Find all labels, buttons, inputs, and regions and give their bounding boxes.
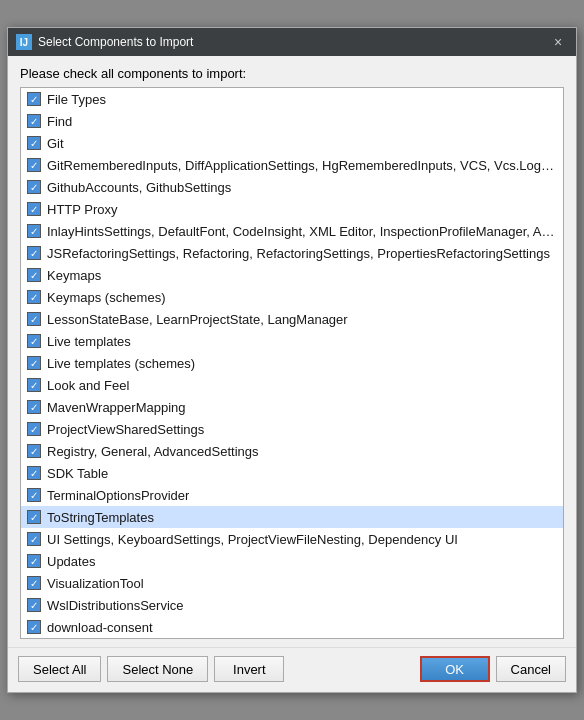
list-item[interactable]: ✓ProjectViewSharedSettings — [21, 418, 563, 440]
item-label: ToStringTemplates — [47, 510, 154, 525]
list-item[interactable]: ✓SDK Table — [21, 462, 563, 484]
checkbox-icon[interactable]: ✓ — [27, 576, 41, 590]
checkbox-icon[interactable]: ✓ — [27, 334, 41, 348]
list-item[interactable]: ✓File Types — [21, 88, 563, 110]
checkbox-icon[interactable]: ✓ — [27, 246, 41, 260]
item-label: MavenWrapperMapping — [47, 400, 186, 415]
checkbox-icon[interactable]: ✓ — [27, 444, 41, 458]
item-label: Live templates (schemes) — [47, 356, 195, 371]
item-label: Updates — [47, 554, 95, 569]
item-label: ProjectViewSharedSettings — [47, 422, 204, 437]
close-button[interactable]: × — [548, 32, 568, 52]
list-item[interactable]: ✓Live templates (schemes) — [21, 352, 563, 374]
item-label: Registry, General, AdvancedSettings — [47, 444, 259, 459]
item-label: GithubAccounts, GithubSettings — [47, 180, 231, 195]
button-bar: Select All Select None Invert OK Cancel — [8, 647, 576, 692]
cancel-button[interactable]: Cancel — [496, 656, 566, 682]
checkbox-icon[interactable]: ✓ — [27, 114, 41, 128]
title-bar: IJ Select Components to Import × — [8, 28, 576, 56]
checkbox-icon[interactable]: ✓ — [27, 466, 41, 480]
checkbox-icon[interactable]: ✓ — [27, 224, 41, 238]
item-label: VisualizationTool — [47, 576, 144, 591]
list-item[interactable]: ✓Live templates — [21, 330, 563, 352]
item-label: Find — [47, 114, 72, 129]
list-item[interactable]: ✓Updates — [21, 550, 563, 572]
dialog-title: Select Components to Import — [38, 35, 542, 49]
app-icon: IJ — [16, 34, 32, 50]
item-label: WslDistributionsService — [47, 598, 184, 613]
list-item[interactable]: ✓GitRememberedInputs, DiffApplicationSet… — [21, 154, 563, 176]
invert-button[interactable]: Invert — [214, 656, 284, 682]
item-label: Git — [47, 136, 64, 151]
components-list[interactable]: ✓File Types✓Find✓Git✓GitRememberedInputs… — [20, 87, 564, 639]
dialog-content: Please check all components to import: ✓… — [8, 56, 576, 647]
checkbox-icon[interactable]: ✓ — [27, 598, 41, 612]
ok-button[interactable]: OK — [420, 656, 490, 682]
item-label: InlayHintsSettings, DefaultFont, CodeIns… — [47, 224, 557, 239]
list-item[interactable]: ✓Find — [21, 110, 563, 132]
checkbox-icon[interactable]: ✓ — [27, 202, 41, 216]
item-label: SDK Table — [47, 466, 108, 481]
item-label: GitRememberedInputs, DiffApplicationSett… — [47, 158, 557, 173]
checkbox-icon[interactable]: ✓ — [27, 378, 41, 392]
checkbox-icon[interactable]: ✓ — [27, 400, 41, 414]
item-label: UI Settings, KeyboardSettings, ProjectVi… — [47, 532, 458, 547]
list-item[interactable]: ✓Look and Feel — [21, 374, 563, 396]
item-label: JSRefactoringSettings, Refactoring, Refa… — [47, 246, 550, 261]
list-item[interactable]: ✓WslDistributionsService — [21, 594, 563, 616]
list-item[interactable]: ✓Keymaps (schemes) — [21, 286, 563, 308]
list-item[interactable]: ✓MavenWrapperMapping — [21, 396, 563, 418]
list-item[interactable]: ✓LessonStateBase, LearnProjectState, Lan… — [21, 308, 563, 330]
item-label: Look and Feel — [47, 378, 129, 393]
select-none-button[interactable]: Select None — [107, 656, 208, 682]
item-label: Keymaps — [47, 268, 101, 283]
list-item[interactable]: ✓TerminalOptionsProvider — [21, 484, 563, 506]
checkbox-icon[interactable]: ✓ — [27, 532, 41, 546]
list-item[interactable]: ✓ToStringTemplates — [21, 506, 563, 528]
checkbox-icon[interactable]: ✓ — [27, 290, 41, 304]
select-all-button[interactable]: Select All — [18, 656, 101, 682]
item-label: Live templates — [47, 334, 131, 349]
list-item[interactable]: ✓GithubAccounts, GithubSettings — [21, 176, 563, 198]
item-label: TerminalOptionsProvider — [47, 488, 189, 503]
checkbox-icon[interactable]: ✓ — [27, 136, 41, 150]
checkbox-icon[interactable]: ✓ — [27, 488, 41, 502]
list-item[interactable]: ✓VisualizationTool — [21, 572, 563, 594]
checkbox-icon[interactable]: ✓ — [27, 620, 41, 634]
item-label: Keymaps (schemes) — [47, 290, 165, 305]
list-item[interactable]: ✓Keymaps — [21, 264, 563, 286]
checkbox-icon[interactable]: ✓ — [27, 268, 41, 282]
checkbox-icon[interactable]: ✓ — [27, 158, 41, 172]
item-label: HTTP Proxy — [47, 202, 118, 217]
instruction-text: Please check all components to import: — [20, 66, 564, 81]
list-item[interactable]: ✓HTTP Proxy — [21, 198, 563, 220]
list-item[interactable]: ✓InlayHintsSettings, DefaultFont, CodeIn… — [21, 220, 563, 242]
checkbox-icon[interactable]: ✓ — [27, 554, 41, 568]
checkbox-icon[interactable]: ✓ — [27, 356, 41, 370]
list-item[interactable]: ✓UI Settings, KeyboardSettings, ProjectV… — [21, 528, 563, 550]
item-label: File Types — [47, 92, 106, 107]
list-item[interactable]: ✓download-consent — [21, 616, 563, 638]
checkbox-icon[interactable]: ✓ — [27, 92, 41, 106]
list-item[interactable]: ✓JSRefactoringSettings, Refactoring, Ref… — [21, 242, 563, 264]
list-item[interactable]: ✓Registry, General, AdvancedSettings — [21, 440, 563, 462]
select-components-dialog: IJ Select Components to Import × Please … — [7, 27, 577, 693]
checkbox-icon[interactable]: ✓ — [27, 180, 41, 194]
checkbox-icon[interactable]: ✓ — [27, 422, 41, 436]
list-item[interactable]: ✓Git — [21, 132, 563, 154]
item-label: LessonStateBase, LearnProjectState, Lang… — [47, 312, 348, 327]
checkbox-icon[interactable]: ✓ — [27, 312, 41, 326]
checkbox-icon[interactable]: ✓ — [27, 510, 41, 524]
item-label: download-consent — [47, 620, 153, 635]
